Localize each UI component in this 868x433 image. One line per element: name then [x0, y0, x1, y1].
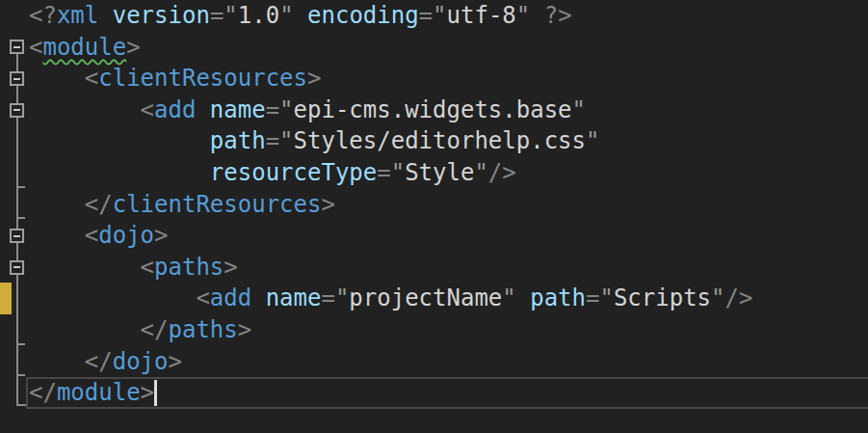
current-line-highlight — [26, 377, 868, 409]
editor-overlays — [0, 0, 868, 433]
code-editor: <?xml version="1.0" encoding="utf-8" ?><… — [0, 0, 868, 433]
text-cursor — [154, 380, 157, 406]
